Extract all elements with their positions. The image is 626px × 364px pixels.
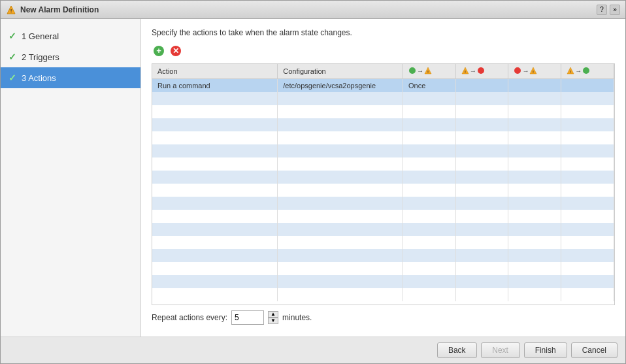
- cancel-button[interactable]: Cancel: [571, 342, 618, 358]
- check-icon-triggers: ✓: [8, 52, 16, 62]
- svg-point-6: [409, 67, 416, 74]
- table-row[interactable]: [152, 131, 614, 144]
- table-row[interactable]: [152, 184, 614, 197]
- green-circle-icon2: [582, 67, 590, 74]
- help-button[interactable]: ?: [597, 5, 607, 15]
- check-icon-actions: ✓: [8, 73, 16, 83]
- table-row[interactable]: [152, 249, 614, 262]
- x-icon: ✕: [170, 45, 182, 57]
- window-title: New Alarm Definition: [20, 5, 99, 14]
- col-header-status3: → !: [508, 64, 561, 79]
- svg-text:!: !: [570, 70, 571, 74]
- check-icon-general: ✓: [8, 31, 16, 41]
- col-header-status2: ! →: [455, 64, 508, 79]
- warn-triangle-icon: !: [424, 67, 432, 74]
- titlebar-right: ? »: [597, 5, 620, 15]
- actions-table: Action Configuration →: [152, 64, 614, 301]
- svg-text:!: !: [10, 8, 12, 14]
- col-header-status4: ! →: [561, 64, 614, 79]
- sidebar-label-general: 1 General: [22, 31, 59, 41]
- repeat-value-input[interactable]: [231, 310, 264, 325]
- table-row[interactable]: [152, 197, 614, 210]
- table-row[interactable]: [152, 157, 614, 171]
- finish-button[interactable]: Finish: [524, 342, 567, 358]
- cell-status4: [561, 79, 614, 93]
- col-header-configuration: Configuration: [278, 64, 403, 79]
- table-header-row: Action Configuration →: [152, 64, 614, 79]
- next-button[interactable]: Next: [481, 342, 520, 358]
- table-row[interactable]: [152, 288, 614, 301]
- table-row[interactable]: [152, 92, 614, 105]
- main-content: ✓ 1 General ✓ 2 Triggers ✓ 3: [1, 19, 625, 337]
- table-row[interactable]: [152, 275, 614, 288]
- sidebar-label-actions: 3 Actions: [22, 73, 56, 83]
- table-row[interactable]: [152, 105, 614, 118]
- alarm-icon: !: [6, 5, 16, 15]
- remove-action-button[interactable]: ✕: [169, 44, 183, 58]
- spinner: ▲ ▼: [268, 311, 278, 324]
- col-header-action: Action: [152, 64, 278, 79]
- actions-table-container: Action Configuration →: [152, 63, 615, 305]
- svg-text:!: !: [465, 70, 466, 74]
- table-row[interactable]: [152, 223, 614, 236]
- svg-text:+: +: [156, 46, 161, 56]
- warn-triangle-icon2: !: [461, 67, 469, 74]
- content-description: Specify the actions to take when the ala…: [152, 28, 615, 37]
- red-circle-icon2: [514, 67, 521, 74]
- sidebar: ✓ 1 General ✓ 2 Triggers ✓ 3: [1, 19, 141, 337]
- table-row[interactable]: [152, 262, 614, 275]
- cell-status3: [508, 79, 561, 93]
- green-circle-icon: [408, 67, 416, 74]
- sidebar-label-triggers: 2 Triggers: [22, 52, 59, 62]
- back-button[interactable]: Back: [437, 342, 477, 358]
- repeat-label: Repeat actions every:: [152, 313, 227, 322]
- expand-button[interactable]: »: [610, 5, 620, 15]
- bottom-bar: Back Next Finish Cancel: [1, 337, 625, 363]
- titlebar-left: ! New Alarm Definition: [6, 5, 99, 15]
- table-row[interactable]: Run a command /etc/opsgenie/vcsa2opsgeni…: [152, 79, 614, 93]
- spinner-up-button[interactable]: ▲: [268, 311, 278, 318]
- minutes-label: minutes.: [282, 313, 312, 322]
- warn-triangle-icon3: !: [529, 67, 537, 74]
- red-circle-icon: [477, 67, 485, 74]
- titlebar: ! New Alarm Definition ? »: [1, 1, 625, 19]
- cell-status2: [455, 79, 508, 93]
- table-row[interactable]: [152, 236, 614, 249]
- table-body: Run a command /etc/opsgenie/vcsa2opsgeni…: [152, 79, 614, 302]
- content-area: Specify the actions to take when the ala…: [141, 19, 625, 337]
- col-header-status1: → !: [403, 64, 456, 79]
- table-row[interactable]: [152, 171, 614, 184]
- cell-status1: Once: [403, 79, 456, 93]
- toolbar: + ✕: [152, 44, 615, 58]
- svg-point-17: [583, 67, 589, 74]
- svg-point-12: [514, 67, 521, 74]
- sidebar-item-triggers[interactable]: ✓ 2 Triggers: [1, 46, 140, 67]
- svg-text:!: !: [533, 70, 534, 74]
- table-row[interactable]: [152, 144, 614, 157]
- spinner-down-button[interactable]: ▼: [268, 318, 278, 324]
- sidebar-item-general[interactable]: ✓ 1 General: [1, 25, 140, 46]
- table-row[interactable]: [152, 210, 614, 223]
- sidebar-item-actions[interactable]: ✓ 3 Actions: [1, 67, 140, 88]
- main-window: ! New Alarm Definition ? » ✓ 1 General ✓: [0, 0, 626, 364]
- cell-action: Run a command: [152, 79, 278, 93]
- svg-point-11: [478, 67, 484, 74]
- warn-triangle-icon4: !: [567, 67, 574, 74]
- add-action-button[interactable]: +: [152, 44, 166, 58]
- plus-icon: +: [153, 45, 165, 57]
- table-row[interactable]: [152, 118, 614, 131]
- cell-configuration: /etc/opsgenie/vcsa2opsgenie: [278, 79, 403, 93]
- svg-text:!: !: [427, 70, 429, 74]
- svg-text:✕: ✕: [173, 46, 179, 56]
- footer-row: Repeat actions every: ▲ ▼ minutes.: [152, 305, 615, 327]
